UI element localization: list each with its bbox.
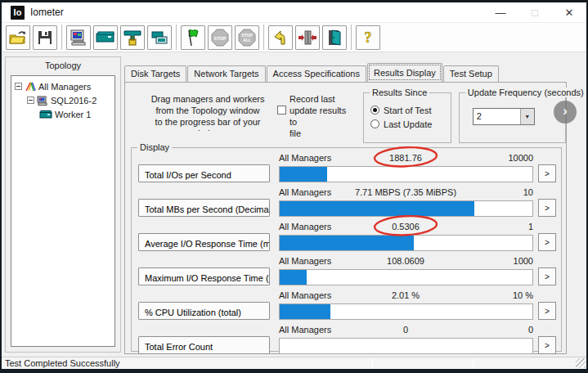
metric-bar-track (279, 338, 533, 354)
metric-max: 10 % (467, 290, 533, 300)
app-logo-icon: Io (11, 6, 25, 20)
start-of-test-radio[interactable] (370, 106, 379, 115)
tab-disk-targets[interactable]: Disk Targets (124, 65, 186, 82)
collapse-expander[interactable] (15, 83, 22, 90)
record-results-checkbox[interactable] (277, 106, 286, 115)
topology-panel: Topology All ManagersSQL2016-2Worker 1 (5, 56, 121, 353)
minimize-button[interactable]: — (483, 2, 518, 22)
metric-row: Total MBs per Second (Decimal) All Manag… (138, 187, 558, 222)
chevron-down-icon[interactable]: ▼ (520, 109, 534, 124)
results-since-group: Results Since Start of Test Last Update (363, 92, 451, 143)
status-separator (372, 358, 373, 368)
topology-tree: All ManagersSQL2016-2Worker 1 (11, 75, 115, 347)
metric-row: % CPU Utilization (total) All Managers 2… (138, 290, 558, 325)
save-test-file-button[interactable] (33, 25, 57, 50)
last-update-radio[interactable] (370, 119, 379, 128)
stop-all-sign-icon: STOPALL (238, 29, 256, 47)
maximize-button[interactable]: □ (518, 2, 552, 22)
metric-max: 1000 (467, 256, 533, 266)
edit-access-specs-button[interactable] (295, 25, 320, 50)
barrier-icon (298, 29, 317, 46)
toolbar: STOPSTOPALL? (2, 23, 586, 52)
close-button[interactable]: ✕ (552, 2, 586, 22)
topology-header: Topology (6, 57, 120, 73)
duplicate-worker-button[interactable] (147, 25, 172, 50)
results-since-title: Results Since (370, 88, 429, 97)
metric-scope-label: All Managers (279, 256, 344, 266)
metric-bar-fill (280, 167, 327, 182)
start-disk-worker-button[interactable] (93, 25, 118, 50)
metric-scope-label: All Managers (279, 290, 344, 300)
metric-button[interactable]: Maximum I/O Response Time (ms (138, 267, 270, 285)
metric-value: 0.5306 (344, 222, 467, 231)
tree-node-all-managers[interactable]: All Managers (13, 79, 113, 93)
tab-access-specifications[interactable]: Access Specifications (267, 65, 366, 82)
about-button[interactable]: ? (356, 25, 380, 50)
metric-value: 108.0609 (344, 256, 467, 266)
carousel-next-button[interactable]: › (554, 101, 577, 124)
metric-value: 1881.76 (344, 153, 467, 163)
stop-test-button[interactable]: STOP (208, 25, 232, 50)
update-frequency-select[interactable]: 2 ▼ (473, 108, 535, 125)
drag-hint-text: Drag managers and workers from the Topol… (146, 90, 269, 131)
metric-row: Total Error Count All Managers 0 0 > (138, 325, 558, 359)
start-new-manager-button[interactable] (66, 25, 91, 50)
metric-max: 1 (467, 222, 533, 231)
metric-button[interactable]: Average I/O Response Time (ms) (138, 233, 270, 251)
metric-value: 2.01 % (344, 290, 467, 300)
manager-computer-icon (37, 96, 48, 106)
metric-button[interactable]: Total I/Os per Second (138, 164, 270, 182)
metric-button[interactable]: Total Error Count (138, 336, 270, 354)
tab-network-targets[interactable]: Network Targets (187, 65, 265, 82)
tree-node-sql2016-2[interactable]: SQL2016-2 (13, 93, 113, 107)
svg-text:?: ? (365, 29, 372, 46)
exit-door-icon (327, 29, 342, 46)
open-test-file-button[interactable] (6, 25, 30, 50)
start-of-test-label: Start of Test (384, 106, 432, 115)
toolbar-separator (176, 25, 177, 50)
collapse-expander[interactable] (27, 97, 34, 104)
all-managers-icon (25, 82, 36, 92)
metric-expand-button[interactable]: > (538, 233, 556, 251)
tab-area: Disk TargetsNetwork TargetsAccess Specif… (123, 52, 567, 369)
metric-bar-track (279, 269, 533, 285)
question-mark-icon: ? (362, 29, 374, 47)
resize-grip[interactable] (576, 358, 586, 368)
network-worker-icon (123, 29, 142, 46)
exit-button[interactable] (322, 25, 347, 50)
update-frequency-title: Update Frequency (seconds) (465, 88, 586, 97)
start-network-worker-button[interactable] (120, 25, 145, 50)
title-bar: Io Iometer — □ ✕ (2, 2, 586, 23)
metric-bar-fill (280, 304, 330, 319)
green-flag-icon (186, 29, 200, 47)
tree-node-label: All Managers (38, 82, 91, 92)
metric-button[interactable]: Total MBs per Second (Decimal) (138, 199, 270, 217)
metric-expand-button[interactable]: > (538, 336, 556, 354)
metric-expand-button[interactable]: > (538, 267, 556, 285)
metric-value: 0 (344, 325, 467, 335)
display-group: Display Total I/Os per Second All Manage… (131, 147, 562, 352)
stop-all-tests-button[interactable]: STOPALL (235, 25, 259, 50)
metric-row: Total I/Os per Second All Managers 1881.… (138, 153, 558, 187)
metric-expand-button[interactable]: > (538, 164, 556, 182)
metric-bar-fill (280, 270, 307, 285)
display-group-title: Display (137, 142, 172, 152)
metric-bar-track (279, 200, 533, 217)
reset-workers-button[interactable] (268, 25, 293, 50)
tab-results-display[interactable]: Results Display (367, 63, 442, 82)
metric-button[interactable]: % CPU Utilization (total) (138, 302, 270, 320)
metric-scope-label: All Managers (279, 187, 344, 197)
disk-worker-icon (96, 30, 115, 45)
folder-open-icon (9, 30, 27, 45)
start-tests-button[interactable] (181, 25, 205, 50)
metric-expand-button[interactable]: > (538, 302, 556, 320)
metric-expand-button[interactable]: > (538, 199, 556, 217)
tab-test-setup[interactable]: Test Setup (443, 65, 499, 82)
metric-max: 0 (467, 325, 533, 335)
metric-scope-label: All Managers (279, 222, 344, 231)
metric-bar-fill (280, 201, 474, 216)
metric-max: 10000 (467, 153, 533, 163)
tree-node-worker-1[interactable]: Worker 1 (13, 107, 113, 121)
floppy-icon (38, 30, 52, 45)
record-results-label: Record last update results to file (290, 90, 355, 143)
